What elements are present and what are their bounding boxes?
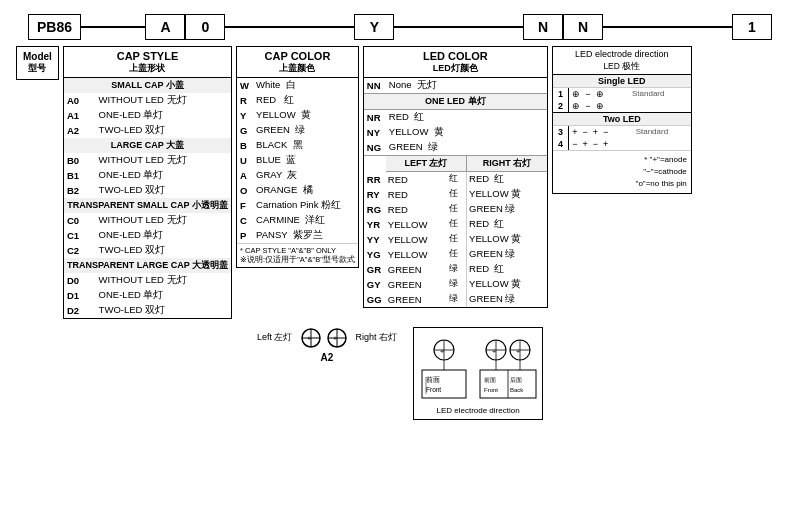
cap-style-section: CAP STYLE 上盖形状 SMALL CAP 小盖 A0WITHOUT LE…	[63, 46, 232, 319]
led-color-section: LED COLOR LED灯颜色 NN None 无灯 ONE LED 单灯 N…	[363, 46, 548, 308]
svg-text:+: +	[307, 335, 311, 342]
table-row: NGGREEN 绿	[364, 140, 547, 156]
table-row: UBLUE 蓝	[237, 153, 358, 168]
two-led-block: Two LED 3 + − + − Standard 4 − + − +	[553, 113, 691, 150]
connector-1	[81, 26, 145, 28]
table-row: B2TWO-LED 双灯	[64, 183, 231, 198]
small-cap-header: SMALL CAP 小盖	[64, 78, 231, 93]
led-electrode-section: LED electrode direction LED 极性 Single LE…	[552, 46, 692, 194]
svg-text:+: +	[516, 348, 520, 355]
electrode-diagram-1: + 前面 Front	[418, 332, 470, 404]
model-box: Model 型号	[16, 46, 59, 80]
electrode-diagram-box: + 前面 Front +	[413, 327, 543, 420]
a2-model-label: A2	[257, 352, 397, 363]
bottom-section: Left 左灯 + + Right 右灯 A2	[8, 327, 792, 420]
cap-color-table: WWhite 白 RRED 红 YYELLOW 黄 GGREEN 绿 BBLAC…	[237, 78, 358, 243]
left-right-header: LEFT 左灯 RIGHT 右灯	[364, 155, 547, 171]
table-row: A1ONE-LED 单灯	[64, 108, 231, 123]
electrode-diagram-2: + + 前面 Front 后面 Back	[478, 332, 538, 404]
code-a: A	[145, 14, 185, 40]
large-cap-header: LARGE CAP 大盖	[64, 138, 231, 153]
table-row: YRYELLOW任RED 红	[364, 217, 547, 232]
electrode-svg-2: + + 前面 Front 后面 Back	[478, 332, 538, 402]
electrode-diagrams: + 前面 Front +	[418, 332, 538, 404]
model-label: Model	[23, 51, 52, 62]
table-row: GRGREEN绿RED 红	[364, 262, 547, 277]
table-row: CCARMINE 洋红	[237, 213, 358, 228]
one-led-header: ONE LED 单灯	[364, 93, 547, 109]
table-row: WWhite 白	[237, 78, 358, 93]
table-row: A2TWO-LED 双灯	[64, 123, 231, 138]
table-row: 3 + − + − Standard	[553, 126, 691, 138]
svg-text:前面: 前面	[426, 376, 440, 383]
led-color-header: LED COLOR LED灯颜色	[364, 47, 547, 78]
table-row: YYELLOW 黄	[237, 108, 358, 123]
svg-text:+: +	[440, 348, 444, 355]
single-led-block: Single LED 1 ⊕ − ⊕ Standard 2 ⊕ − ⊕	[553, 75, 691, 113]
table-row: RRED 红	[237, 93, 358, 108]
table-row: 4 − + − +	[553, 138, 691, 150]
table-row: FCarnation Pink 粉红	[237, 198, 358, 213]
table-row: YGYELLOW任GREEN 绿	[364, 247, 547, 262]
svg-text:后面: 后面	[510, 377, 522, 383]
single-led-table: 1 ⊕ − ⊕ Standard 2 ⊕ − ⊕	[553, 88, 691, 112]
transparent-large-cap-header: TRANSPARENT LARGE CAP 大透明盖	[64, 258, 231, 273]
a2-led-svg: + +	[299, 327, 349, 349]
a2-diagram-section: Left 左灯 + + Right 右灯 A2	[257, 327, 397, 363]
two-led-table: 3 + − + − Standard 4 − + − +	[553, 126, 691, 150]
table-row: C1ONE-LED 单灯	[64, 228, 231, 243]
table-row: GGREEN 绿	[237, 123, 358, 138]
cap-color-header: CAP COLOR 上盖颜色	[237, 47, 358, 78]
electrode-legend: * "+"=anode "−"=cathode "o"=no this pin	[553, 150, 691, 193]
connector-3	[394, 26, 523, 28]
table-row: RGRED任GREEN 绿	[364, 202, 547, 217]
table-row: D0WITHOUT LED 无灯	[64, 273, 231, 288]
table-row: 2 ⊕ − ⊕	[553, 100, 691, 112]
table-row: PPANSY 紫罗兰	[237, 228, 358, 243]
code-0: 0	[185, 14, 225, 40]
model-zh: 型号	[23, 62, 52, 75]
table-row: YYYELLOW任YELLOW 黄	[364, 232, 547, 247]
code-y: Y	[354, 14, 394, 40]
table-row: D1ONE-LED 单灯	[64, 288, 231, 303]
connector-2	[225, 26, 354, 28]
code-n2: N	[563, 14, 603, 40]
table-row: GYGREEN绿YELLOW 黄	[364, 277, 547, 292]
table-row: RRRED红RED 红	[364, 171, 547, 187]
svg-text:Front: Front	[426, 386, 441, 393]
table-row: BBLACK 黑	[237, 138, 358, 153]
connector-4	[603, 26, 732, 28]
table-row: C2TWO-LED 双灯	[64, 243, 231, 258]
left-right-label: Left 左灯 + + Right 右灯	[257, 327, 397, 349]
code-pb86: PB86	[28, 14, 81, 40]
table-row: C0WITHOUT LED 无灯	[64, 213, 231, 228]
table-row: B1ONE-LED 单灯	[64, 168, 231, 183]
page-container: PB86 A 0 Y N N 1 Model 型号 CAP STYLE 上盖形状…	[0, 0, 800, 515]
electrode-svg-1: + 前面 Front	[418, 332, 470, 402]
table-row: NN None 无灯	[364, 78, 547, 94]
table-row: AGRAY 灰	[237, 168, 358, 183]
single-led-label: Single LED	[553, 75, 691, 88]
main-sections: Model 型号 CAP STYLE 上盖形状 SMALL CAP 小盖 A0W…	[8, 46, 792, 319]
svg-text:Back: Back	[510, 387, 524, 393]
svg-text:+: +	[492, 348, 496, 355]
led-color-table: NN None 无灯 ONE LED 单灯 NRRED 红 NYYELLOW 黄…	[364, 78, 547, 307]
cap-style-table: SMALL CAP 小盖 A0WITHOUT LED 无灯 A1ONE-LED …	[64, 78, 231, 318]
svg-text:前面: 前面	[484, 377, 496, 383]
cap-style-header: CAP STYLE 上盖形状	[64, 47, 231, 78]
cap-color-section: CAP COLOR 上盖颜色 WWhite 白 RRED 红 YYELLOW 黄…	[236, 46, 359, 268]
code-n1: N	[523, 14, 563, 40]
electrode-diagram-title: LED electrode direction	[418, 406, 538, 415]
transparent-small-cap-header: TRANSPARENT SMALL CAP 小透明盖	[64, 198, 231, 213]
code-1: 1	[732, 14, 772, 40]
led-electrode-header: LED electrode direction LED 极性	[553, 47, 691, 75]
table-row: B0WITHOUT LED 无灯	[64, 153, 231, 168]
table-row: RYRED任YELLOW 黄	[364, 187, 547, 202]
table-row: A0WITHOUT LED 无灯	[64, 93, 231, 108]
svg-text:Front: Front	[484, 387, 498, 393]
table-row: NYYELLOW 黄	[364, 125, 547, 140]
table-row: GGGREEN绿GREEN 绿	[364, 292, 547, 307]
table-row: 1 ⊕ − ⊕ Standard	[553, 88, 691, 100]
svg-rect-13	[422, 370, 466, 398]
two-led-label: Two LED	[553, 113, 691, 126]
